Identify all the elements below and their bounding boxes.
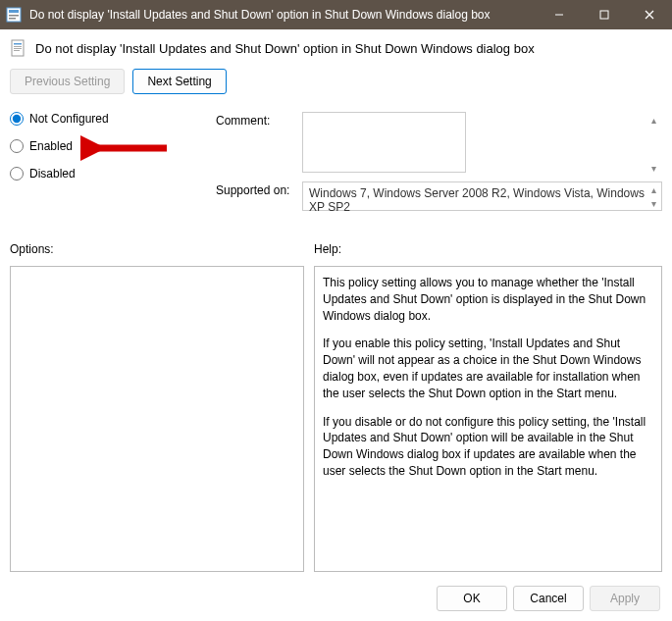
radio-not-configured-input[interactable] (10, 112, 24, 126)
apply-button: Apply (590, 586, 660, 611)
radio-disabled-label: Disabled (29, 167, 76, 181)
annotation-arrow-icon (80, 135, 169, 161)
dialog-footer: OK Cancel Apply (437, 586, 660, 611)
radio-enabled[interactable]: Enabled (10, 139, 196, 153)
maximize-button[interactable] (582, 0, 627, 29)
help-panel[interactable]: This policy setting allows you to manage… (314, 266, 662, 572)
radio-enabled-input[interactable] (10, 139, 24, 153)
options-label: Options: (10, 242, 304, 256)
help-paragraph: If you enable this policy setting, 'Inst… (323, 336, 653, 401)
previous-setting-button: Previous Setting (10, 69, 125, 94)
comment-input[interactable] (302, 112, 466, 173)
titlebar[interactable]: Do not display 'Install Updates and Shut… (0, 0, 672, 29)
scroll-down-icon: ▾ (647, 197, 659, 209)
scroll-down-icon: ▾ (647, 162, 659, 174)
help-label: Help: (314, 242, 662, 256)
scroll-up-icon: ▴ (647, 114, 659, 126)
radio-enabled-label: Enabled (29, 139, 73, 153)
svg-rect-11 (14, 48, 22, 49)
scroll-up-icon: ▴ (647, 183, 659, 195)
svg-rect-9 (14, 43, 22, 45)
radio-not-configured-label: Not Configured (29, 112, 109, 126)
radio-not-configured[interactable]: Not Configured (10, 112, 196, 126)
svg-rect-2 (9, 15, 19, 17)
svg-rect-12 (14, 50, 20, 51)
ok-button[interactable]: OK (437, 586, 507, 611)
svg-rect-5 (600, 11, 608, 19)
cancel-button[interactable]: Cancel (513, 586, 584, 611)
next-setting-button[interactable]: Next Setting (132, 69, 226, 94)
help-paragraph: This policy setting allows you to manage… (323, 275, 653, 324)
policy-icon (10, 39, 27, 57)
app-icon (6, 7, 22, 23)
supported-on-value: Windows 7, Windows Server 2008 R2, Windo… (302, 181, 662, 211)
svg-rect-3 (9, 18, 16, 20)
radio-disabled[interactable]: Disabled (10, 167, 196, 181)
radio-disabled-input[interactable] (10, 167, 24, 181)
minimize-button[interactable] (537, 0, 582, 29)
svg-rect-10 (14, 46, 22, 47)
options-panel (10, 266, 304, 572)
supported-on-label: Supported on: (216, 181, 302, 197)
page-title: Do not display 'Install Updates and Shut… (35, 41, 535, 56)
close-button[interactable] (627, 0, 672, 29)
comment-label: Comment: (216, 112, 302, 128)
help-paragraph: If you disable or do not configure this … (323, 414, 653, 480)
svg-rect-1 (9, 10, 19, 13)
window-title: Do not display 'Install Updates and Shut… (29, 8, 537, 22)
